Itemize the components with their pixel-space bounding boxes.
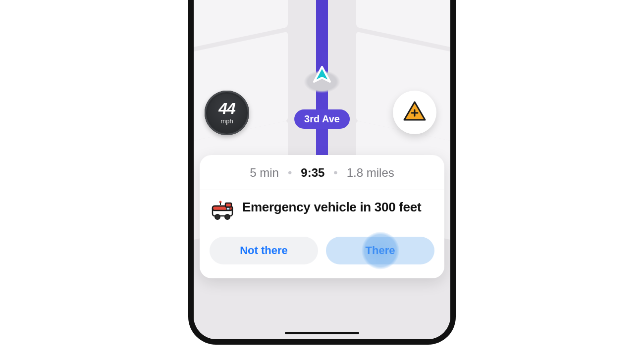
svg-rect-8 [220, 203, 221, 205]
alert-row: Emergency vehicle in 300 feet [200, 190, 444, 228]
report-hazard-button[interactable] [393, 91, 436, 134]
there-label: There [366, 244, 395, 257]
hazard-report-icon [402, 99, 427, 126]
navigation-arrow-icon [312, 65, 332, 87]
speed-unit: mph [220, 117, 233, 125]
speed-value: 44 [218, 101, 235, 116]
not-there-label: Not there [240, 244, 288, 257]
phone-frame: 3rd Ave 44 mph [188, 0, 456, 345]
separator-dot: • [333, 166, 337, 180]
remaining-time: 5 min [250, 166, 279, 180]
alert-message: Emergency vehicle in 300 feet [242, 199, 421, 215]
eta-time: 9:35 [301, 166, 324, 180]
alert-button-row: Not there There [200, 228, 444, 278]
home-indicator[interactable] [285, 332, 359, 334]
svg-point-10 [225, 214, 230, 219]
trip-summary-row: 5 min • 9:35 • 1.8 miles [200, 155, 444, 190]
distance: 1.8 miles [347, 166, 394, 180]
street-name: 3rd Ave [304, 113, 340, 124]
not-there-button[interactable]: Not there [210, 237, 318, 264]
current-street-pill: 3rd Ave [294, 109, 350, 129]
svg-point-9 [215, 214, 220, 219]
svg-rect-11 [226, 207, 230, 210]
separator-dot: • [288, 166, 292, 180]
emergency-vehicle-icon [211, 200, 234, 224]
svg-marker-0 [314, 67, 330, 82]
speedometer: 44 mph [205, 91, 249, 135]
info-card: 5 min • 9:35 • 1.8 miles [200, 155, 444, 278]
there-button[interactable]: There [326, 237, 434, 264]
svg-rect-6 [225, 203, 231, 207]
phone-screen: 3rd Ave 44 mph [194, 0, 450, 339]
